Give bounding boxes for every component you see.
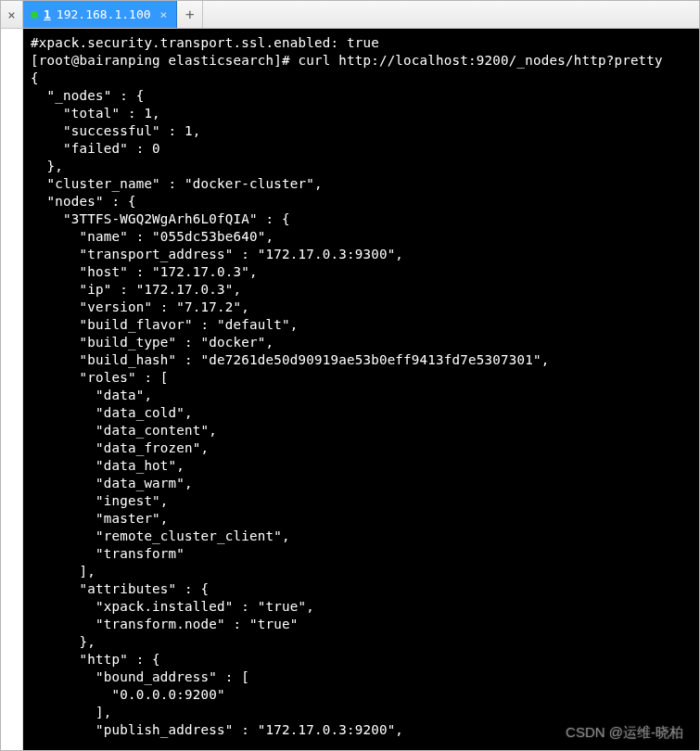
window-frame: × 1 192.168.1.100 × + #xpack.security.tr… [0,0,700,751]
tab-title: 192.168.1.100 [57,7,151,21]
close-icon: × [7,7,15,22]
plus-icon: + [185,6,195,23]
tab-close-icon[interactable]: × [160,7,168,21]
add-tab-button[interactable]: + [177,1,203,28]
terminal-output[interactable]: #xpack.security.transport.ssl.enabled: t… [23,29,699,750]
left-gutter [1,29,23,750]
tab-bar: × 1 192.168.1.100 × + [1,1,699,29]
status-dot-icon [31,11,38,19]
sidebar-close-button[interactable]: × [1,1,23,28]
body-row: #xpack.security.transport.ssl.enabled: t… [1,29,699,750]
tab-index: 1 [44,7,51,21]
session-tab[interactable]: 1 192.168.1.100 × [23,1,177,28]
